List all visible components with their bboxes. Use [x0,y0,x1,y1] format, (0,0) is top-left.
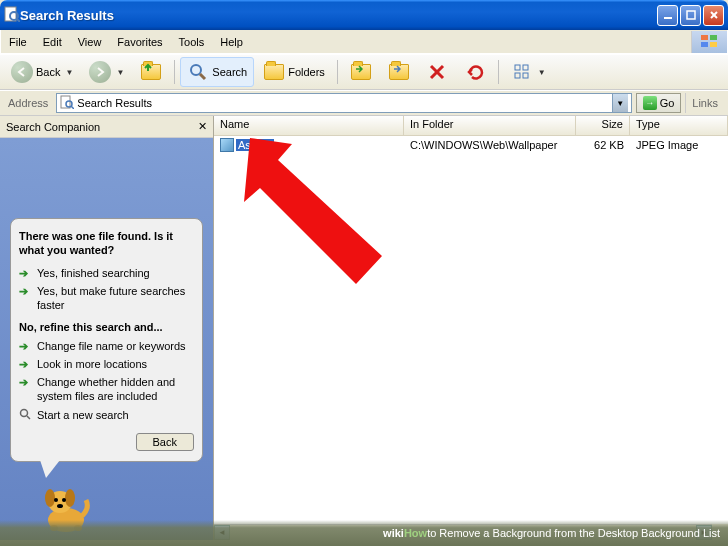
address-input[interactable]: Search Results ▼ [56,93,631,113]
opt-new[interactable]: Start a new search [19,406,194,425]
delete-button[interactable] [419,57,455,87]
search-button[interactable]: Search [180,57,254,87]
forward-button[interactable]: ▼ [82,57,131,87]
results-pane: Name In Folder Size Type Ascent C:\WINDO… [214,116,728,540]
window-controls [657,5,724,26]
magnifier-icon [19,408,33,423]
svg-point-22 [21,409,28,416]
move-to-icon [350,61,372,83]
minimize-button[interactable] [657,5,678,26]
folder-up-icon [140,61,162,83]
opt-name[interactable]: ➔Change file name or keywords [19,337,194,355]
svg-rect-7 [701,35,708,40]
sidebar-close-button[interactable]: ✕ [198,120,207,133]
move-to-button[interactable] [343,57,379,87]
menu-view[interactable]: View [70,33,110,51]
opt-faster[interactable]: ➔Yes, but make future searches faster [19,282,194,315]
svg-rect-15 [515,65,520,70]
menubar: File Edit View Favorites Tools Help [0,30,728,54]
opt-hidden[interactable]: ➔Change whether hidden and system files … [19,373,194,406]
copy-to-icon [388,61,410,83]
wiki-text: wiki [383,527,404,539]
svg-rect-9 [701,42,708,47]
search-companion-sidebar: Search Companion ✕ There was one file fo… [0,116,214,540]
file-row[interactable]: Ascent C:\WINDOWS\Web\Wallpaper 62 KB JP… [214,136,728,153]
svg-point-11 [191,65,201,75]
arrow-icon: ➔ [19,266,33,280]
col-name[interactable]: Name [214,116,404,135]
go-label: Go [660,97,675,109]
balloon-question: There was one file found. Is it what you… [19,229,194,258]
views-button[interactable]: ▼ [504,57,553,87]
file-folder: C:\WINDOWS\Web\Wallpaper [404,139,576,151]
svg-rect-17 [515,73,520,78]
folders-label: Folders [288,66,325,78]
sidebar-header: Search Companion ✕ [0,116,213,138]
svg-point-26 [45,489,55,507]
svg-point-28 [54,498,58,502]
chevron-down-icon: ▼ [65,68,73,77]
svg-rect-10 [710,42,717,47]
search-label: Search [212,66,247,78]
opt-locations[interactable]: ➔Look in more locations [19,355,194,373]
svg-point-29 [62,498,66,502]
menu-edit[interactable]: Edit [35,33,70,51]
copy-to-button[interactable] [381,57,417,87]
up-button[interactable] [133,57,169,87]
file-size: 62 KB [576,139,630,151]
opt-name-label: Change file name or keywords [37,339,186,353]
views-icon [511,61,533,83]
chevron-down-icon: ▼ [116,68,124,77]
banner-text: to Remove a Background from the Desktop … [427,527,720,539]
links-button[interactable]: Links [685,93,724,113]
search-icon [187,61,209,83]
opt-locations-label: Look in more locations [37,357,147,371]
menu-tools[interactable]: Tools [171,33,213,51]
refine-label: No, refine this search and... [19,321,194,333]
arrow-icon: ➔ [19,375,33,389]
titlebar[interactable]: Search Results [0,0,728,30]
svg-rect-16 [523,65,528,70]
delete-icon [426,61,448,83]
col-folder[interactable]: In Folder [404,116,576,135]
how-text: How [404,527,427,539]
folders-icon [263,61,285,83]
close-button[interactable] [703,5,724,26]
svg-line-21 [71,106,74,109]
windows-flag-icon[interactable] [691,31,727,53]
search-balloon: There was one file found. Is it what you… [10,218,203,462]
maximize-button[interactable] [680,5,701,26]
address-value: Search Results [77,97,608,109]
back-label: Back [36,66,60,78]
chevron-down-icon: ▼ [538,68,546,77]
back-arrow-icon [11,61,33,83]
opt-finished-label: Yes, finished searching [37,266,150,280]
go-arrow-icon: → [643,96,657,110]
menu-help[interactable]: Help [212,33,251,51]
col-type[interactable]: Type [630,116,728,135]
menu-favorites[interactable]: Favorites [109,33,170,51]
balloon-tail [40,460,60,478]
svg-rect-19 [61,96,70,108]
opt-faster-label: Yes, but make future searches faster [37,284,194,313]
back-button[interactable]: Back ▼ [4,57,80,87]
toolbar: Back ▼ ▼ Search Folders ▼ [0,54,728,90]
arrow-icon: ➔ [19,284,33,298]
search-results-icon [60,95,74,111]
folders-button[interactable]: Folders [256,57,332,87]
menu-file[interactable]: File [1,33,35,51]
col-size[interactable]: Size [576,116,630,135]
image-file-icon [220,138,234,152]
opt-hidden-label: Change whether hidden and system files a… [37,375,194,404]
svg-rect-4 [687,11,695,19]
svg-rect-8 [710,35,717,40]
sidebar-body: There was one file found. Is it what you… [0,138,213,540]
address-dropdown[interactable]: ▼ [612,94,628,112]
back-button[interactable]: Back [136,433,194,451]
arrow-icon: ➔ [19,339,33,353]
undo-button[interactable] [457,57,493,87]
go-button[interactable]: → Go [636,93,682,113]
sidebar-title: Search Companion [6,121,198,133]
undo-icon [464,61,486,83]
opt-finished[interactable]: ➔Yes, finished searching [19,264,194,282]
